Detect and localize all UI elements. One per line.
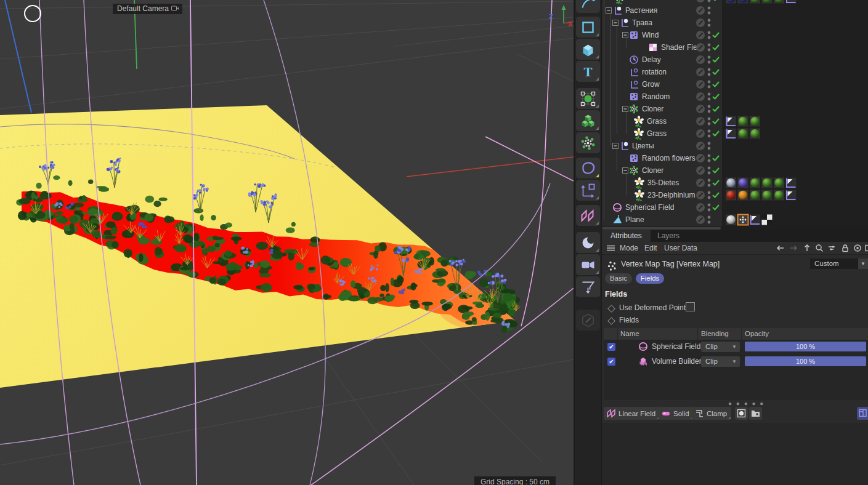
cube-primitive-tool-button[interactable] xyxy=(576,39,600,60)
field-enabled-checkbox[interactable]: ✔ xyxy=(607,343,615,351)
om-tag-green[interactable] xyxy=(738,116,748,127)
linear-field-button[interactable]: Linear Field xyxy=(604,407,660,420)
opacity-bar[interactable]: 100 % xyxy=(745,356,866,366)
om-edit-toggle[interactable] xyxy=(696,31,705,39)
cloner-tool-button[interactable] xyxy=(576,132,600,153)
om-edit-toggle[interactable] xyxy=(696,6,705,15)
menu-mode[interactable]: Mode xyxy=(620,242,638,254)
spline-pen-tool-button[interactable] xyxy=(576,0,600,13)
om-edit-toggle[interactable] xyxy=(696,92,705,101)
param-diamond-icon[interactable] xyxy=(607,317,615,325)
om-edit-toggle[interactable] xyxy=(696,191,705,199)
om-tag-phong[interactable] xyxy=(726,116,736,127)
om-tag-green[interactable] xyxy=(774,0,784,4)
use-deformed-points-checkbox[interactable] xyxy=(686,302,695,311)
om-edit-toggle[interactable] xyxy=(696,68,705,76)
object-manager[interactable]: РастенияТраваWindShader FieldDelayrotati… xyxy=(602,0,868,226)
clamp-button[interactable]: Clamp xyxy=(692,407,731,420)
preset-dropdown[interactable]: Custom ▼ xyxy=(810,259,868,269)
om-tag-purple[interactable] xyxy=(738,178,748,188)
om-tag-green[interactable] xyxy=(762,0,773,4)
field-row-volume-builder[interactable]: ✔ Volume Builder Clip ▼ 100 % xyxy=(604,355,868,369)
section-button-basic[interactable]: Basic xyxy=(605,273,632,284)
om-edit-toggle[interactable] xyxy=(696,117,705,126)
panel-icon[interactable] xyxy=(864,244,868,253)
column-header-name[interactable]: Name xyxy=(620,328,639,340)
om-tag-gray[interactable] xyxy=(726,178,736,188)
param-diamond-icon[interactable] xyxy=(607,305,615,313)
environment-tool-button[interactable] xyxy=(576,232,600,253)
om-tag-vertexmap[interactable] xyxy=(738,215,748,225)
om-edit-toggle[interactable] xyxy=(696,203,705,212)
om-edit-toggle[interactable] xyxy=(696,178,705,187)
section-button-fields[interactable]: Fields xyxy=(636,273,664,284)
stage-tool-button[interactable] xyxy=(576,276,600,297)
rectangle-spline-tool-button[interactable] xyxy=(576,17,600,38)
om-tag-green[interactable] xyxy=(774,190,784,201)
om-tag-green[interactable] xyxy=(762,190,773,201)
om-tag-phong[interactable] xyxy=(750,215,760,225)
camera-label[interactable]: Default Camera xyxy=(113,4,182,14)
om-tag-green[interactable] xyxy=(762,178,773,188)
lock-icon[interactable] xyxy=(841,244,850,253)
opacity-bar[interactable]: 100 % xyxy=(745,342,866,351)
solid-button[interactable]: Solid xyxy=(659,407,694,420)
deformer-tool-button[interactable] xyxy=(576,158,600,178)
up-arrow-icon[interactable] xyxy=(803,244,812,253)
om-edit-toggle[interactable] xyxy=(696,215,705,224)
camera-tool-button[interactable] xyxy=(576,254,600,275)
back-arrow-icon[interactable] xyxy=(776,244,785,253)
field-enabled-checkbox[interactable]: ✔ xyxy=(607,358,615,366)
om-tag-checker[interactable] xyxy=(762,215,773,225)
axis-tool-button[interactable] xyxy=(576,180,600,201)
volume-builder-tool-button[interactable] xyxy=(576,110,600,131)
menu-user-data[interactable]: User Data xyxy=(664,242,697,254)
om-tag-green[interactable] xyxy=(750,129,760,139)
add-folder-button[interactable] xyxy=(749,407,762,420)
om-tag-green[interactable] xyxy=(774,178,784,188)
dock-button[interactable] xyxy=(857,407,868,420)
blending-dropdown[interactable]: Clip ▼ xyxy=(701,342,740,352)
om-edit-toggle[interactable] xyxy=(696,105,705,113)
tab-layers[interactable]: Layers xyxy=(649,230,688,242)
viewport-3d[interactable]: Z X Default Camera Grid Spacing : 50 cm xyxy=(0,0,574,485)
filter-icon[interactable] xyxy=(827,244,837,253)
field-row-spherical-field[interactable]: ✔ Spherical Field Clip ▼ 100 % xyxy=(604,340,868,355)
om-edit-toggle[interactable] xyxy=(696,55,705,64)
om-tag-red[interactable] xyxy=(726,190,736,201)
tab-attributes[interactable]: Attributes xyxy=(602,230,651,242)
mask-button[interactable] xyxy=(735,407,748,420)
hamburger-icon[interactable] xyxy=(606,242,615,254)
motext-tool-button[interactable]: T xyxy=(576,61,600,82)
om-row[interactable]: Spherical Field xyxy=(614,203,719,212)
om-tag-white[interactable] xyxy=(726,215,736,225)
preset-dropdown-arrow[interactable]: ▼ xyxy=(858,259,868,269)
om-tag-navy[interactable] xyxy=(738,0,748,4)
blending-dropdown[interactable]: Clip ▼ xyxy=(701,356,740,367)
om-edit-toggle[interactable] xyxy=(696,129,705,138)
om-edit-toggle[interactable] xyxy=(696,142,705,150)
subdivision-surface-tool-button[interactable] xyxy=(576,88,600,109)
om-tag-phong[interactable] xyxy=(786,178,797,188)
om-tag-phong[interactable] xyxy=(786,0,797,4)
om-tag-navy[interactable] xyxy=(726,0,736,4)
menu-edit[interactable]: Edit xyxy=(644,242,657,254)
om-tag-phong[interactable] xyxy=(726,129,736,139)
om-edit-toggle[interactable] xyxy=(696,18,705,27)
om-edit-toggle[interactable] xyxy=(696,154,705,162)
target-icon[interactable] xyxy=(853,244,862,253)
om-tag-green[interactable] xyxy=(750,178,760,188)
om-edit-toggle[interactable] xyxy=(696,80,705,89)
om-tag-phong[interactable] xyxy=(786,190,797,201)
om-edit-toggle[interactable] xyxy=(696,43,705,52)
scrollbar-thumb[interactable] xyxy=(602,227,721,230)
annotate-tool-button[interactable] xyxy=(576,310,600,331)
om-tag-green[interactable] xyxy=(750,190,760,201)
om-tag-green[interactable] xyxy=(738,129,748,139)
om-tag-green[interactable] xyxy=(750,0,760,4)
search-icon[interactable] xyxy=(815,244,824,253)
forward-arrow-icon[interactable] xyxy=(789,244,798,253)
om-tag-green[interactable] xyxy=(750,116,760,127)
om-edit-toggle[interactable] xyxy=(696,166,705,175)
field-tool-button[interactable] xyxy=(576,205,600,226)
